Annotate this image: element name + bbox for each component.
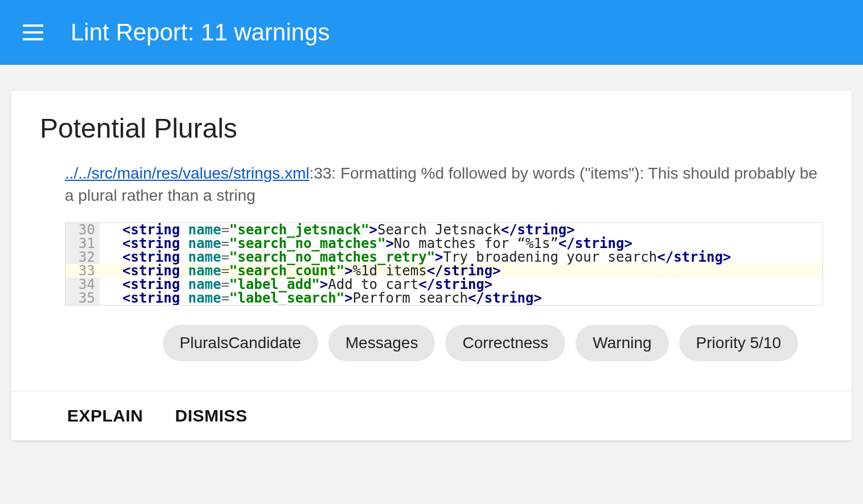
tag-chips: PluralsCandidateMessagesCorrectnessWarni… [40, 325, 823, 375]
line-marker: :33: [309, 164, 340, 182]
card-actions: EXPLAIN DISMISS [11, 391, 852, 440]
code-content: <string name="search_no_matches">No matc… [100, 237, 823, 250]
tag-chip[interactable]: Warning [576, 325, 668, 361]
file-link[interactable]: ../../src/main/res/values/strings.xml [65, 164, 309, 182]
code-line: 32<string name="search_no_matches_retry"… [65, 250, 823, 264]
code-content: <string name="label_search">Perform sear… [100, 291, 823, 305]
code-line: 33<string name="search_count">%1d items<… [65, 264, 823, 278]
line-number: 32 [65, 250, 100, 264]
code-content: <string name="search_jetsnack">Search Je… [100, 223, 823, 237]
explain-button[interactable]: EXPLAIN [67, 406, 143, 425]
line-number: 30 [65, 223, 100, 237]
dismiss-button[interactable]: DISMISS [175, 406, 248, 425]
code-line: 35<string name="label_search">Perform se… [65, 291, 823, 305]
app-header: Lint Report: 11 warnings [0, 0, 863, 65]
code-snippet: 30<string name="search_jetsnack">Search … [65, 222, 823, 305]
code-line: 30<string name="search_jetsnack">Search … [65, 223, 823, 237]
tag-chip[interactable]: PluralsCandidate [163, 325, 318, 361]
card-body: Potential Plurals ../../src/main/res/val… [11, 91, 852, 391]
tag-chip[interactable]: Priority 5/10 [679, 325, 798, 361]
line-number: 34 [65, 278, 100, 291]
tag-chip[interactable]: Correctness [445, 325, 565, 361]
warning-card: Potential Plurals ../../src/main/res/val… [11, 91, 852, 440]
code-line: 34<string name="label_add">Add to cart</… [65, 278, 823, 291]
content-area: Potential Plurals ../../src/main/res/val… [0, 65, 863, 440]
line-number: 35 [65, 291, 100, 305]
page-title: Lint Report: 11 warnings [71, 19, 330, 46]
code-line: 31<string name="search_no_matches">No ma… [65, 237, 823, 250]
code-content: <string name="search_count">%1d items</s… [100, 264, 823, 278]
warning-message: ../../src/main/res/values/strings.xml:33… [40, 162, 823, 206]
hamburger-menu-icon[interactable] [23, 24, 43, 40]
code-content: <string name="search_no_matches_retry">T… [100, 250, 823, 264]
card-title: Potential Plurals [40, 113, 823, 144]
line-number: 33 [65, 264, 100, 278]
line-number: 31 [65, 237, 100, 250]
code-content: <string name="label_add">Add to cart</st… [100, 278, 823, 291]
tag-chip[interactable]: Messages [328, 325, 435, 361]
